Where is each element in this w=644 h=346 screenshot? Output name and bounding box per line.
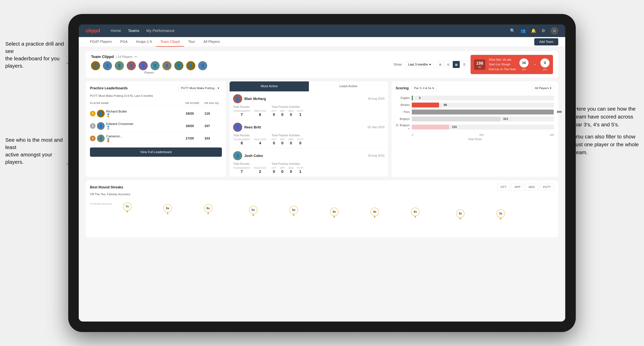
player-avatar-7[interactable]: 👤 <box>162 61 172 70</box>
view-card-btn[interactable]: ▦ <box>453 61 460 68</box>
team-title: Team Clippd <box>91 54 114 59</box>
shot-arrow-icon: → <box>532 62 537 67</box>
scoring-title: Scoring <box>396 86 408 90</box>
sub-nav-tour[interactable]: Tour <box>184 37 199 47</box>
activity-name-josh: Josh Coles <box>244 154 263 158</box>
shot-start-circle: 16 <box>520 58 528 67</box>
activity-player-header-rees: 👤 Rees Britt 02 Sep 2023 <box>233 123 384 132</box>
player-avatar-8[interactable]: 👤 <box>174 61 184 70</box>
streak-bubble-4x-1[interactable]: 4x <box>330 208 338 216</box>
bar-fill-bogeys: 311 <box>412 117 500 121</box>
nav-performance[interactable]: My Performance <box>146 28 174 33</box>
streaks-filter-ott[interactable]: OTT <box>497 184 510 190</box>
streaks-filter-putt[interactable]: PUTT <box>540 184 554 190</box>
bar-label-birdies: Birdies <box>396 103 410 107</box>
view-grid2-btn[interactable]: ⊟ <box>445 61 452 68</box>
player-avatar-10[interactable]: 👤 <box>198 61 207 70</box>
activity-date-rees: 02 Sep 2023 <box>368 126 384 129</box>
bar-label-eagles: Eagles <box>396 96 410 100</box>
activity-tab-least-active[interactable]: Least Active <box>309 81 388 91</box>
add-team-button[interactable]: Add Team <box>534 38 558 45</box>
lb-rank-3: 3 <box>90 136 96 141</box>
activity-stats-rees: Total Rounds Tournament 8 Practice <box>233 134 384 145</box>
activity-practice-acts-values-blair: OTT 0 APP 0 ARG <box>272 110 304 117</box>
streaks-points-area: 7x 6x 6x <box>100 201 550 229</box>
sub-nav-pgat[interactable]: PGAT Players <box>86 37 116 47</box>
lb-row-3: 3 👤 Cameron... 🥉 17/20 103 <box>90 132 222 145</box>
nav-avatar[interactable]: U <box>550 27 558 35</box>
streak-bubble-7x[interactable]: 7x <box>123 202 132 211</box>
show-select[interactable]: Last 3 months ▾ <box>405 61 434 68</box>
streak-bubble-4x-2[interactable]: 4x <box>370 208 379 216</box>
shot-end-circle: 0 <box>540 58 550 67</box>
activity-tab-most-active[interactable]: Most Active <box>230 81 309 91</box>
streak-bubble-6x-1[interactable]: 6x <box>164 204 172 212</box>
people-icon[interactable]: 👥 <box>520 28 526 33</box>
streak-bubble-3x-1[interactable]: 3x <box>456 209 464 218</box>
shot-end-wrap: 0 yds <box>540 58 550 71</box>
players-avatars-row: 👤 👤 👤 👤 👤 👤 👤 👤 👤 👤 <box>91 61 207 74</box>
search-icon[interactable]: 🔍 <box>510 28 515 33</box>
streak-point-3x-1: 3x <box>456 209 464 219</box>
view-full-leaderboard-button[interactable]: View Full Leaderboard <box>90 148 222 157</box>
player-avatar-3[interactable]: 👤 <box>115 61 124 70</box>
activity-rounds-values-blair: Tournament 7 Practice 6 <box>233 110 266 117</box>
streaks-filter-app[interactable]: APP <box>511 184 524 190</box>
nav-home[interactable]: Home <box>110 28 121 33</box>
settings-icon[interactable]: ⚙ <box>542 28 545 33</box>
activity-player-header-josh: 👤 Josh Coles 26 Aug 2023 <box>233 151 384 160</box>
player-avatar-5[interactable]: 👤 <box>138 61 148 70</box>
shot-circles: 16 yds → 0 yds <box>520 58 550 71</box>
leaderboard-title: Practice Leaderboards <box>90 86 128 90</box>
streaks-header: Best Round Streaks OTT APP ARG PUTT <box>90 184 554 190</box>
bar-row-dbogeys: D. Bogeys + 131 <box>396 124 554 131</box>
streaks-filter-arg[interactable]: ARG <box>525 184 538 190</box>
streak-bubble-4x-3[interactable]: 4x <box>411 208 420 216</box>
sub-nav-hcaps[interactable]: Hcaps 1-5 <box>132 37 156 47</box>
player-avatar-4[interactable]: 👤 <box>127 61 136 70</box>
activity-player-left-blair: 👤 Blair McHarg <box>233 94 266 103</box>
bar-fill-eagles: 3 <box>412 96 413 100</box>
lb-medal-2: 🥈 <box>106 126 110 130</box>
chart-x-200: 200 <box>413 133 550 136</box>
chart-x-0: 0 <box>412 133 413 136</box>
streak-bubble-3x-2[interactable]: 3x <box>496 209 505 218</box>
nav-teams[interactable]: Teams <box>128 28 139 33</box>
scoring-card: Scoring Par 3, 4 & 5s ▾ All Players ▾ <box>392 81 558 177</box>
view-list-btn[interactable]: ☰ <box>461 61 468 68</box>
streak-bubble-5x-2[interactable]: 5x <box>290 206 298 214</box>
nav-links: Home Teams My Performance <box>110 28 510 33</box>
lb-avg-3: 103 <box>204 137 222 140</box>
streak-bubble-6x-2[interactable]: 6x <box>204 204 212 212</box>
edit-icon[interactable]: ✏ <box>134 55 137 59</box>
activity-rounds-values-josh: Tournament 7 Practice 2 <box>233 167 266 174</box>
shot-info-card: 198 SC Shot Dist: 16 yds Start Lie: Roug… <box>470 55 553 74</box>
bar-row-birdies: Birdies 96 <box>396 103 554 107</box>
players-row: 👤 👤 👤 👤 👤 👤 👤 👤 👤 👤 <box>91 61 207 70</box>
streak-point-7x: 7x <box>123 202 132 212</box>
tablet-screen: clippd Home Teams My Performance 🔍 👥 🔔 ⚙… <box>79 24 565 322</box>
streak-point-6x-1: 6x <box>164 204 172 214</box>
bar-label-pars: Pars <box>396 110 410 114</box>
streaks-subtitle: Off The Tee, Fairway Accuracy <box>90 192 554 196</box>
bell-icon[interactable]: 🔔 <box>531 28 536 33</box>
team-count: | 14 Players <box>116 55 132 59</box>
scoring-par-filter[interactable]: Par 3, 4 & 5s ▾ <box>412 85 436 91</box>
sub-nav-team-clippd[interactable]: Team Clippd <box>156 37 184 47</box>
scoring-player-filter[interactable]: All Players ▾ <box>532 85 554 91</box>
streak-bubble-5x-1[interactable]: 5x <box>249 206 258 214</box>
sub-nav-all-players[interactable]: All Players <box>199 37 224 47</box>
player-avatar-2[interactable]: 👤 <box>103 61 112 70</box>
bar-value-eagles: 3 <box>419 96 420 100</box>
player-avatar-9[interactable]: 👤 <box>186 61 195 70</box>
activity-stats-blair: Total Rounds Tournament 7 Practice <box>233 105 384 117</box>
annotation-bottom-left: See who is the most and least active amo… <box>5 136 72 166</box>
streaks-title: Best Round Streaks <box>90 185 123 189</box>
activity-date-josh: 26 Aug 2023 <box>368 154 384 158</box>
player-avatar-1[interactable]: 👤 <box>91 61 100 70</box>
view-grid-btn[interactable]: ⊞ <box>436 61 444 68</box>
sub-nav-pga[interactable]: PGA <box>116 37 132 47</box>
player-avatar-6[interactable]: 👤 <box>150 61 160 70</box>
drill-select[interactable]: PUTT Must Make Putting... ▾ <box>178 85 222 91</box>
activity-practice-value-blair: 6 <box>259 112 261 117</box>
